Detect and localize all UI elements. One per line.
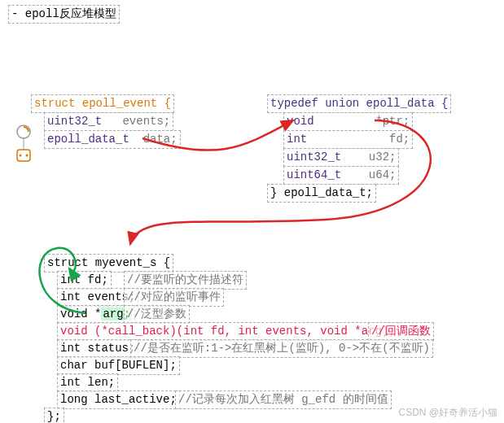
r1-n: *ptr; [375, 115, 410, 128]
left-l2-name: data; [143, 133, 177, 146]
bottom-decl: struct myevent_s { [44, 254, 173, 273]
left-l1-name: events; [122, 115, 170, 128]
b-l3a: void * [60, 307, 101, 321]
b-l5: int status; [57, 339, 138, 358]
b-c1: //要监听的文件描述符 [124, 271, 247, 290]
b-c2: //对应的监听事件 [124, 288, 224, 307]
b-c3: //泛型参数 [124, 305, 190, 324]
left-l1-type: uint32_t [47, 115, 102, 128]
watermark: CSDN @好奇养活小猫 [398, 406, 497, 420]
bottom-close: }; [44, 408, 64, 423]
left-struct-decl: struct epoll_event { [31, 94, 174, 113]
svg-rect-2 [17, 150, 30, 161]
r2-t: int [287, 133, 307, 146]
b-l8: long last_active; [57, 390, 180, 409]
b-l1: int fd; [57, 271, 112, 290]
b-c8: //记录每次加入红黑树 g_efd 的时间值 [175, 390, 392, 409]
r4-t: uint64_t [287, 168, 341, 181]
right-line1: void *ptr; [283, 112, 413, 131]
title: - epoll反应堆模型 [8, 5, 120, 24]
r3-t: uint32_t [287, 150, 341, 164]
toolbar [12, 124, 35, 164]
b-l4: void (*call_back)(int fd, int events, vo… [57, 322, 399, 341]
right-line3: uint32_t u32; [283, 148, 399, 167]
left-l2-type: epoll_data_t [47, 133, 129, 146]
b-l6: char buf[BUFLEN]; [57, 356, 180, 375]
left-struct-line2: epoll_data_t data; [44, 130, 181, 149]
right-struct-decl: typedef union epoll_data { [267, 94, 451, 113]
svg-point-4 [26, 155, 28, 157]
b-c4: //回调函数 [368, 322, 434, 341]
b-l7: int len; [57, 373, 118, 392]
r3-n: u32; [369, 150, 397, 164]
b-c5: //是否在监听:1->在红黑树上(监听), 0->不在(不监听) [130, 339, 433, 358]
r2-n: fd; [389, 133, 410, 146]
right-line4: uint64_t u64; [283, 166, 399, 185]
svg-point-3 [20, 155, 22, 157]
right-struct-close: } epoll_data_t; [267, 184, 376, 203]
r1-t: void [287, 115, 314, 128]
right-line2: int fd; [283, 130, 413, 149]
left-struct-line1: uint32_t events; [44, 112, 173, 131]
r4-n: u64; [369, 168, 397, 181]
